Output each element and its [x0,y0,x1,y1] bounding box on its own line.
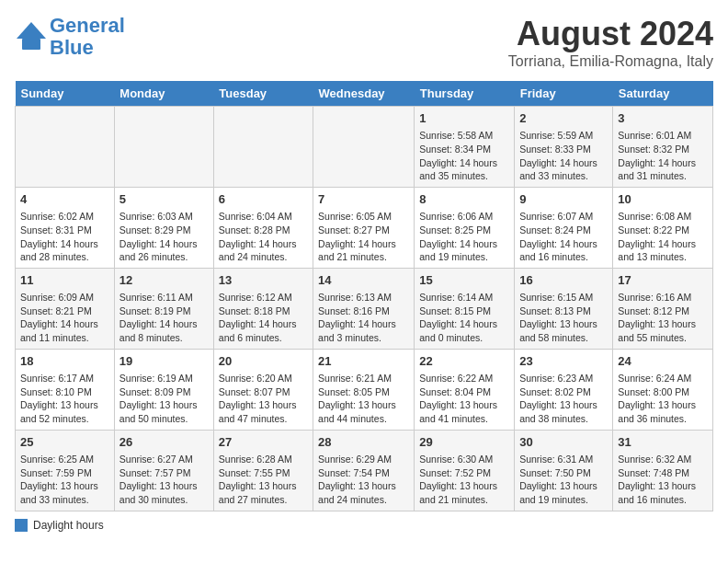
day-info: Sunrise: 5:59 AM Sunset: 8:33 PM Dayligh… [519,129,608,183]
day-number: 25 [20,434,109,451]
calendar-cell: 17Sunrise: 6:16 AM Sunset: 8:12 PM Dayli… [613,268,713,349]
day-number: 10 [618,191,708,208]
day-number: 31 [618,434,708,451]
day-info: Sunrise: 6:02 AM Sunset: 8:31 PM Dayligh… [20,210,109,264]
day-number: 3 [618,110,708,127]
calendar-cell: 6Sunrise: 6:04 AM Sunset: 8:28 PM Daylig… [213,187,313,268]
day-info: Sunrise: 6:27 AM Sunset: 7:57 PM Dayligh… [119,453,209,507]
calendar-table: Sunday Monday Tuesday Wednesday Thursday… [15,81,713,511]
calendar-cell: 8Sunrise: 6:06 AM Sunset: 8:25 PM Daylig… [415,187,515,268]
footer-color-box [15,519,28,532]
calendar-week-5: 25Sunrise: 6:25 AM Sunset: 7:59 PM Dayli… [16,430,713,511]
calendar-cell: 2Sunrise: 5:59 AM Sunset: 8:33 PM Daylig… [515,107,613,188]
calendar-cell: 26Sunrise: 6:27 AM Sunset: 7:57 PM Dayli… [114,430,213,511]
day-info: Sunrise: 6:31 AM Sunset: 7:50 PM Dayligh… [519,453,608,507]
header-tuesday: Tuesday [213,81,313,107]
day-info: Sunrise: 6:20 AM Sunset: 8:07 PM Dayligh… [219,372,308,426]
calendar-cell: 24Sunrise: 6:24 AM Sunset: 8:00 PM Dayli… [613,349,713,430]
calendar-week-1: 1Sunrise: 5:58 AM Sunset: 8:34 PM Daylig… [16,107,713,188]
footer-label: Daylight hours [33,519,104,532]
day-info: Sunrise: 6:04 AM Sunset: 8:28 PM Dayligh… [219,210,308,264]
calendar-cell: 10Sunrise: 6:08 AM Sunset: 8:22 PM Dayli… [613,187,713,268]
calendar-cell: 27Sunrise: 6:28 AM Sunset: 7:55 PM Dayli… [213,430,313,511]
calendar-cell: 23Sunrise: 6:23 AM Sunset: 8:02 PM Dayli… [515,349,613,430]
day-number: 11 [20,272,109,289]
day-number: 20 [219,353,308,370]
calendar-subtitle: Torriana, Emilia-Romagna, Italy [508,53,713,70]
day-number: 29 [419,434,509,451]
day-info: Sunrise: 6:24 AM Sunset: 8:00 PM Dayligh… [618,372,708,426]
day-number: 26 [119,434,209,451]
page-container: General Blue August 2024 Torriana, Emili… [15,15,713,532]
calendar-cell: 5Sunrise: 6:03 AM Sunset: 8:29 PM Daylig… [114,187,213,268]
calendar-cell: 25Sunrise: 6:25 AM Sunset: 7:59 PM Dayli… [16,430,115,511]
day-number: 19 [119,353,209,370]
calendar-week-2: 4Sunrise: 6:02 AM Sunset: 8:31 PM Daylig… [16,187,713,268]
day-number: 5 [119,191,209,208]
svg-rect-1 [22,39,40,50]
day-info: Sunrise: 6:15 AM Sunset: 8:13 PM Dayligh… [519,291,608,345]
day-number: 28 [318,434,409,451]
day-info: Sunrise: 6:25 AM Sunset: 7:59 PM Dayligh… [20,453,109,507]
page-header: General Blue August 2024 Torriana, Emili… [15,15,713,70]
logo: General Blue [15,15,125,59]
day-number: 21 [318,353,409,370]
calendar-cell: 4Sunrise: 6:02 AM Sunset: 8:31 PM Daylig… [16,187,115,268]
calendar-body: 1Sunrise: 5:58 AM Sunset: 8:34 PM Daylig… [16,107,713,511]
day-number: 17 [618,272,708,289]
calendar-cell: 28Sunrise: 6:29 AM Sunset: 7:54 PM Dayli… [313,430,415,511]
calendar-cell [313,107,415,188]
day-info: Sunrise: 6:21 AM Sunset: 8:05 PM Dayligh… [318,372,409,426]
day-number: 1 [419,110,509,127]
calendar-cell: 29Sunrise: 6:30 AM Sunset: 7:52 PM Dayli… [415,430,515,511]
calendar-cell: 19Sunrise: 6:19 AM Sunset: 8:09 PM Dayli… [114,349,213,430]
day-number: 30 [519,434,608,451]
day-info: Sunrise: 6:17 AM Sunset: 8:10 PM Dayligh… [20,372,109,426]
day-info: Sunrise: 6:22 AM Sunset: 8:04 PM Dayligh… [419,372,509,426]
calendar-cell: 7Sunrise: 6:05 AM Sunset: 8:27 PM Daylig… [313,187,415,268]
day-info: Sunrise: 6:05 AM Sunset: 8:27 PM Dayligh… [318,210,409,264]
day-info: Sunrise: 6:12 AM Sunset: 8:18 PM Dayligh… [219,291,308,345]
calendar-cell: 11Sunrise: 6:09 AM Sunset: 8:21 PM Dayli… [16,268,115,349]
day-info: Sunrise: 6:14 AM Sunset: 8:15 PM Dayligh… [419,291,509,345]
calendar-cell: 21Sunrise: 6:21 AM Sunset: 8:05 PM Dayli… [313,349,415,430]
day-info: Sunrise: 6:07 AM Sunset: 8:24 PM Dayligh… [519,210,608,264]
header-friday: Friday [515,81,613,107]
svg-marker-0 [17,22,46,39]
calendar-cell: 9Sunrise: 6:07 AM Sunset: 8:24 PM Daylig… [515,187,613,268]
calendar-cell [16,107,115,188]
header-saturday: Saturday [613,81,713,107]
calendar-header: Sunday Monday Tuesday Wednesday Thursday… [16,81,713,107]
day-info: Sunrise: 6:19 AM Sunset: 8:09 PM Dayligh… [119,372,209,426]
calendar-cell: 12Sunrise: 6:11 AM Sunset: 8:19 PM Dayli… [114,268,213,349]
calendar-cell: 30Sunrise: 6:31 AM Sunset: 7:50 PM Dayli… [515,430,613,511]
calendar-cell: 22Sunrise: 6:22 AM Sunset: 8:04 PM Dayli… [415,349,515,430]
day-info: Sunrise: 6:30 AM Sunset: 7:52 PM Dayligh… [419,453,509,507]
header-sunday: Sunday [16,81,115,107]
calendar-cell: 14Sunrise: 6:13 AM Sunset: 8:16 PM Dayli… [313,268,415,349]
calendar-week-4: 18Sunrise: 6:17 AM Sunset: 8:10 PM Dayli… [16,349,713,430]
logo-text: General Blue [50,15,125,59]
header-wednesday: Wednesday [313,81,415,107]
day-info: Sunrise: 6:23 AM Sunset: 8:02 PM Dayligh… [519,372,608,426]
calendar-title: August 2024 [508,15,713,53]
logo-line2: Blue [50,36,94,59]
day-info: Sunrise: 6:32 AM Sunset: 7:48 PM Dayligh… [618,453,708,507]
day-number: 15 [419,272,509,289]
header-thursday: Thursday [415,81,515,107]
day-number: 22 [419,353,509,370]
day-info: Sunrise: 6:08 AM Sunset: 8:22 PM Dayligh… [618,210,708,264]
day-info: Sunrise: 5:58 AM Sunset: 8:34 PM Dayligh… [419,129,509,183]
calendar-cell: 16Sunrise: 6:15 AM Sunset: 8:13 PM Dayli… [515,268,613,349]
header-monday: Monday [114,81,213,107]
day-number: 13 [219,272,308,289]
day-number: 12 [119,272,209,289]
day-number: 8 [419,191,509,208]
calendar-cell: 3Sunrise: 6:01 AM Sunset: 8:32 PM Daylig… [613,107,713,188]
calendar-cell: 15Sunrise: 6:14 AM Sunset: 8:15 PM Dayli… [415,268,515,349]
calendar-cell [213,107,313,188]
day-info: Sunrise: 6:09 AM Sunset: 8:21 PM Dayligh… [20,291,109,345]
day-number: 14 [318,272,409,289]
logo-line1: General [50,14,125,37]
day-number: 7 [318,191,409,208]
